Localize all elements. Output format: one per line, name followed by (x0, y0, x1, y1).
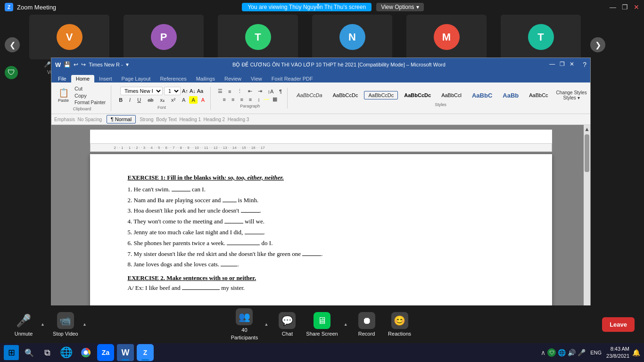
undo-icon[interactable]: ↩ (74, 61, 78, 68)
superscript-button[interactable]: x² (168, 96, 178, 104)
change-styles-button[interactable]: Change Styles Styles ▾ (554, 89, 589, 101)
word-help-icon[interactable]: ? (583, 61, 586, 68)
windows-defender-icon[interactable]: 🛡 (547, 348, 556, 357)
font-family-select[interactable]: Times New Ron (120, 87, 163, 95)
microphone-tray-icon[interactable]: 🎤 (578, 349, 586, 356)
style-emphasis[interactable]: AaBbCcDa (292, 91, 326, 99)
word-minimize-button[interactable]: — (549, 61, 555, 68)
sort-button[interactable]: ↕A (265, 88, 276, 95)
tab-file[interactable]: File (53, 75, 71, 82)
word-scrollbar[interactable]: ▲ ▼ (584, 125, 590, 314)
cut-button[interactable]: Cut (72, 85, 108, 92)
word-maximize-button[interactable]: ❐ (560, 61, 565, 68)
tray-expand-icon[interactable]: ∧ (541, 349, 545, 356)
font-color-button[interactable]: A (198, 96, 207, 104)
quick-access-toolbar: 💾 ↩ ↪ Times New R - ▾ (64, 60, 128, 69)
leave-button[interactable]: Leave (602, 317, 635, 332)
justify-button[interactable]: ≡ (247, 96, 254, 103)
style-strong[interactable]: AaBbCcDc (400, 91, 435, 99)
decrease-indent-button[interactable]: ⇤ (246, 88, 255, 95)
start-button[interactable]: ⊞ (4, 345, 19, 360)
view-options-button[interactable]: View Options ▾ (376, 3, 423, 11)
taskbar-app-edge[interactable]: 🌐 (58, 344, 74, 361)
multilevel-button[interactable]: ⋮ (235, 88, 245, 95)
chat-button[interactable]: 💬 Chat (273, 312, 301, 337)
taskbar-app-word[interactable]: W (117, 344, 134, 361)
search-button[interactable]: 🔍 (22, 345, 37, 360)
tab-insert[interactable]: Insert (94, 75, 117, 82)
tab-home[interactable]: Home (71, 75, 94, 82)
network-icon[interactable]: 🌐 (558, 349, 566, 356)
ribbon-group-font: Times New Ron 12 A↑ A↓ Aa B I U ab x₂ x² (114, 87, 211, 110)
numbering-button[interactable]: ≡ (226, 88, 233, 95)
align-left-button[interactable]: ≡ (221, 96, 228, 103)
bullets-button[interactable]: ☰ (215, 88, 225, 95)
maximize-button[interactable]: ❐ (622, 3, 628, 11)
font-shrink-icon[interactable]: A↓ (190, 88, 196, 94)
strikethrough-button[interactable]: ab (145, 96, 156, 104)
style-body-text[interactable]: AaBbCcl (437, 91, 466, 99)
bold-button[interactable]: B (116, 96, 125, 104)
task-view-button[interactable]: ⧉ (40, 345, 55, 360)
exercise1-words: : so, too, either, neither. (224, 174, 284, 181)
video-caret[interactable]: ▲ (83, 322, 87, 327)
volume-icon[interactable]: 🔊 (568, 349, 576, 356)
notification-button[interactable]: 🔔 (632, 349, 640, 356)
paste-button[interactable]: 📋 Paste (56, 87, 71, 104)
reactions-button[interactable]: 😊 Reactions (386, 312, 414, 337)
word-document-area[interactable]: 2 · · 1 · · 1 · · 2 · · 3 · · 4 · · 5 · … (51, 125, 590, 314)
tab-view[interactable]: View (246, 75, 267, 82)
style-heading2[interactable]: AaBb (498, 90, 523, 100)
align-right-button[interactable]: ≡ (238, 96, 245, 103)
increase-indent-button[interactable]: ⇥ (256, 88, 264, 95)
word-page[interactable]: EXERCISE 1: Fill in the blanks with: so,… (90, 154, 552, 309)
language-indicator[interactable]: ENG (588, 350, 603, 355)
scroll-up-button[interactable]: ▲ (584, 125, 590, 133)
italic-button[interactable]: I (126, 96, 133, 104)
tab-foxit[interactable]: Foxit Reader PDF (267, 75, 318, 82)
taskbar-app-zoom[interactable]: Z (137, 344, 154, 361)
style-no-spacing[interactable]: AaBbCcDc (329, 91, 363, 99)
taskbar-app-zalo[interactable]: Za (97, 344, 114, 361)
close-button[interactable]: ✕ (634, 3, 639, 11)
format-painter-button[interactable]: Format Painter (72, 99, 108, 106)
clear-format-icon[interactable]: Aa (197, 88, 203, 94)
show-marks-button[interactable]: ¶ (277, 88, 284, 95)
share-screen-button[interactable]: 🖥 Share Screen (306, 312, 338, 337)
save-icon[interactable]: 💾 (64, 61, 71, 68)
tab-references[interactable]: References (155, 75, 191, 82)
nav-next-button[interactable]: ❯ (590, 37, 605, 52)
participants-button[interactable]: 👥 40 Participants (230, 308, 258, 340)
share-caret[interactable]: ▲ (344, 322, 348, 327)
scroll-thumb[interactable] (585, 134, 589, 172)
record-button[interactable]: ⏺ Record (353, 312, 381, 337)
subscript-button[interactable]: x₂ (157, 96, 167, 104)
unmute-button[interactable]: 🎤 Unmute (9, 312, 38, 337)
tab-page-layout[interactable]: Page Layout (117, 75, 156, 82)
highlight-button[interactable]: A (189, 96, 197, 104)
minimize-button[interactable]: — (610, 3, 616, 11)
tab-mailings[interactable]: Mailings (191, 75, 220, 82)
style-heading3[interactable]: AaBbCc (525, 91, 552, 99)
taskbar-app-chrome[interactable] (77, 344, 94, 361)
underline-button[interactable]: U (134, 96, 144, 104)
system-clock[interactable]: 8:43 AM 23/8/2021 (606, 346, 629, 360)
align-center-button[interactable]: ≡ (229, 96, 237, 103)
copy-button[interactable]: Copy (72, 92, 108, 99)
line-spacing-button[interactable]: ↕ (255, 96, 263, 103)
stop-video-button[interactable]: 📹 Stop Video (51, 312, 80, 337)
text-effect-button[interactable]: A (179, 96, 188, 104)
font-grow-icon[interactable]: A↑ (182, 88, 188, 94)
font-size-select[interactable]: 12 (164, 87, 181, 95)
nav-prev-button[interactable]: ❮ (5, 37, 20, 52)
unmute-caret[interactable]: ▲ (41, 322, 45, 327)
borders-button[interactable]: ▦ (270, 96, 280, 103)
participants-caret[interactable]: ▲ (264, 322, 268, 327)
style-normal[interactable]: AaBbCcDc (364, 91, 398, 99)
word-close-button[interactable]: ✕ (570, 61, 574, 68)
tab-review[interactable]: Review (220, 75, 246, 82)
style-row-normal[interactable]: ¶ Normal (107, 115, 136, 123)
style-heading1[interactable]: AaBbC (468, 90, 496, 100)
redo-icon[interactable]: ↪ (81, 61, 86, 68)
shading-button[interactable] (264, 99, 269, 100)
